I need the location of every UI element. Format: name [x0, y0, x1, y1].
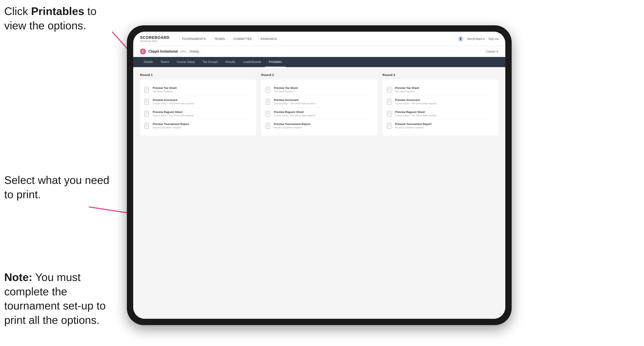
- tablet-frame: SCOREBOARD Powered by clippd TOURNAMENTS…: [127, 25, 512, 325]
- round-2-scorecard[interactable]: Preview Scorecard Course setup + Tee She…: [265, 96, 373, 107]
- scorecard-icon: [144, 99, 150, 105]
- round-3-scorecard-title: Preview Scorecard: [395, 98, 436, 102]
- svg-rect-12: [145, 111, 149, 117]
- tab-leaderboards[interactable]: Leaderboards: [239, 57, 265, 67]
- tablet-screen: SCOREBOARD Powered by clippd TOURNAMENTS…: [133, 32, 505, 319]
- svg-rect-8: [145, 99, 149, 105]
- round-2-tournament-report[interactable]: Preview Tournament Report Round Completi…: [265, 120, 373, 131]
- app-header: SCOREBOARD Powered by clippd TOURNAMENTS…: [133, 32, 505, 46]
- cancel-button[interactable]: Cancel ✕: [486, 50, 498, 53]
- round-2-tee-sheet-subtitle: Tee Sheet required: [274, 90, 298, 93]
- tab-course-setup[interactable]: Course Setup: [173, 57, 199, 67]
- svg-rect-40: [387, 99, 391, 105]
- round-2-raguzzi[interactable]: Preview Raguzzi Sheet Course setup + Tee…: [265, 108, 373, 120]
- round-1-raguzzi[interactable]: Preview Raguzzi Sheet Course setup + Tee…: [144, 108, 252, 120]
- report-icon-r3: [387, 123, 392, 129]
- logo-sub: Powered by clippd: [140, 40, 170, 42]
- header-right: 👤 blair@clippd.io Sign out: [458, 36, 498, 42]
- rounds-grid: Round 1 Preview Tee Sheet Tee Sheet requ…: [140, 73, 498, 136]
- round-1-column: Round 1 Preview Tee Sheet Tee Sheet requ…: [140, 73, 256, 136]
- tournament-badge: (Men): [180, 50, 186, 53]
- tournament-logo-icon: C: [140, 48, 146, 54]
- note-bold: Note:: [4, 271, 32, 283]
- round-1-scorecard-text: Preview Scorecard Course setup + Tee She…: [153, 98, 194, 105]
- round-3-report-subtitle: Round Completion required: [395, 126, 432, 129]
- content-area: Round 1 Preview Tee Sheet Tee Sheet requ…: [133, 67, 505, 319]
- nav-teams[interactable]: TEAMS: [210, 35, 229, 42]
- round-1-tee-sheet-title: Preview Tee Sheet: [153, 86, 176, 90]
- tab-printables[interactable]: Printables: [265, 57, 286, 67]
- tab-results[interactable]: Results: [222, 57, 239, 67]
- svg-rect-48: [387, 123, 391, 129]
- report-icon-r2: [265, 123, 271, 129]
- round-1-tee-sheet[interactable]: Preview Tee Sheet Tee Sheet required: [144, 84, 252, 95]
- round-2-card: Preview Tee Sheet Tee Sheet required Pre…: [261, 80, 377, 136]
- round-3-tournament-report[interactable]: Preview Tournament Report Round Completi…: [387, 120, 494, 131]
- nav-committee[interactable]: COMMITTEE: [230, 35, 256, 42]
- round-3-raguzzi[interactable]: Preview Raguzzi Sheet Course setup + Tee…: [387, 108, 494, 120]
- round-1-raguzzi-subtitle: Course setup + Tee Sheet data required: [153, 114, 194, 117]
- round-3-title: Round 3: [382, 73, 498, 77]
- svg-rect-20: [266, 87, 270, 92]
- raguzzi-icon-r2: [265, 111, 271, 117]
- printables-bold: Printables: [31, 5, 84, 17]
- round-2-raguzzi-title: Preview Raguzzi Sheet: [274, 110, 315, 114]
- round-1-tee-sheet-subtitle: Tee Sheet required: [153, 90, 176, 93]
- round-3-tee-sheet[interactable]: Preview Tee Sheet Tee Sheet required: [387, 84, 494, 95]
- svg-rect-24: [266, 99, 270, 105]
- nav-rankings[interactable]: RANKINGS: [257, 35, 281, 42]
- logo-text: SCOREBOARD: [140, 35, 170, 40]
- round-2-title: Round 2: [261, 73, 377, 77]
- round-3-raguzzi-title: Preview Raguzzi Sheet: [395, 110, 436, 114]
- svg-rect-36: [387, 87, 391, 92]
- svg-rect-28: [266, 111, 270, 117]
- scorecard-icon-r2: [265, 99, 271, 105]
- round-2-scorecard-title: Preview Scorecard: [274, 98, 315, 102]
- annotation-top: Click Printables toview the options.: [4, 4, 96, 33]
- tournament-status: Hosting: [188, 50, 201, 53]
- user-email: blair@clippd.io: [467, 37, 485, 40]
- round-1-scorecard-title: Preview Scorecard: [153, 98, 194, 102]
- round-1-title: Round 1: [140, 73, 256, 77]
- annotation-bottom: Note: You must complete the tournament s…: [4, 270, 114, 327]
- raguzzi-icon-r3: [387, 111, 392, 117]
- round-3-raguzzi-subtitle: Course setup + Tee Sheet data required: [395, 114, 436, 117]
- round-2-scorecard-subtitle: Course setup + Tee Sheet data required: [274, 102, 315, 105]
- tournament-bar: C Clippd Invitational (Men) Hosting Canc…: [133, 46, 505, 57]
- round-1-tournament-report-text: Preview Tournament Report Round Completi…: [153, 122, 189, 129]
- sign-out-link[interactable]: Sign out: [488, 37, 498, 40]
- round-3-column: Round 3 Preview Tee Sheet Tee Sheet requ…: [382, 73, 498, 136]
- sub-nav: Details Teams Course Setup Tee Groups Re…: [133, 57, 505, 67]
- round-1-raguzzi-text: Preview Raguzzi Sheet Course setup + Tee…: [153, 110, 194, 117]
- tab-tee-groups[interactable]: Tee Groups: [199, 57, 222, 67]
- tab-teams[interactable]: Teams: [157, 57, 173, 67]
- round-2-tee-sheet-title: Preview Tee Sheet: [274, 86, 298, 90]
- svg-rect-16: [145, 123, 149, 129]
- tournament-report-icon: [144, 123, 150, 129]
- scoreboard-logo: SCOREBOARD Powered by clippd: [140, 35, 170, 42]
- round-1-report-subtitle: Round Completion required: [153, 126, 189, 129]
- round-1-raguzzi-title: Preview Raguzzi Sheet: [153, 110, 194, 114]
- tab-details[interactable]: Details: [140, 57, 157, 67]
- round-1-tee-sheet-text: Preview Tee Sheet Tee Sheet required: [153, 86, 176, 93]
- round-2-raguzzi-subtitle: Course setup + Tee Sheet data required: [274, 114, 315, 117]
- annotation-middle: Select what you need to print.: [4, 173, 114, 202]
- tee-sheet-icon-r3: [387, 87, 392, 93]
- scorecard-icon-r3: [387, 99, 392, 105]
- nav-tournaments[interactable]: TOURNAMENTS: [178, 35, 210, 42]
- round-2-column: Round 2 Preview Tee Sheet Tee Sheet requ…: [261, 73, 377, 136]
- round-3-scorecard-subtitle: Course setup + Tee Sheet data required: [395, 102, 436, 105]
- tee-sheet-icon: [144, 87, 150, 93]
- round-3-scorecard[interactable]: Preview Scorecard Course setup + Tee She…: [387, 96, 494, 107]
- tournament-name: Clippd Invitational: [148, 50, 178, 53]
- svg-rect-32: [266, 123, 270, 129]
- round-3-tee-sheet-subtitle: Tee Sheet required: [395, 90, 419, 93]
- user-avatar: 👤: [458, 36, 464, 42]
- round-3-report-title: Preview Tournament Report: [395, 122, 432, 126]
- round-2-tee-sheet[interactable]: Preview Tee Sheet Tee Sheet required: [265, 84, 373, 95]
- round-1-scorecard[interactable]: Preview Scorecard Course setup + Tee She…: [144, 96, 252, 107]
- round-1-tournament-report[interactable]: Preview Tournament Report Round Completi…: [144, 120, 252, 131]
- round-1-scorecard-subtitle: Course setup + Tee Sheet data required: [153, 102, 194, 105]
- tee-sheet-icon-r2: [265, 87, 271, 93]
- round-2-report-subtitle: Round Completion required: [274, 126, 310, 129]
